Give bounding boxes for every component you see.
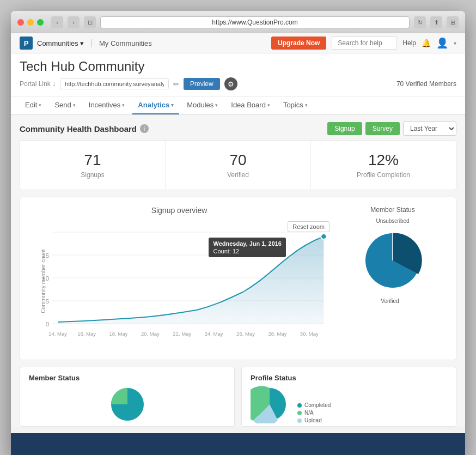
refresh-button[interactable]: ↻ bbox=[414, 16, 426, 28]
edit-url-icon[interactable]: ✏ bbox=[173, 80, 179, 88]
upload-dot bbox=[297, 418, 302, 423]
dark-footer bbox=[11, 433, 465, 455]
stats-row: 71 Signups 70 Verified 12% Profile Compl… bbox=[20, 140, 456, 190]
main-content: Community Health Dashboard i Signup Surv… bbox=[11, 115, 465, 427]
pie-chart-svg bbox=[357, 225, 428, 296]
incentives-caret: ▾ bbox=[122, 102, 125, 108]
portal-row: Portal Link ↓ ✏ Preview ⚙ 70 Verified Me… bbox=[20, 77, 456, 90]
nav-send[interactable]: Send ▾ bbox=[49, 96, 81, 114]
verified-pie-label: Verified bbox=[381, 298, 404, 304]
svg-text:30. May: 30. May bbox=[300, 331, 319, 337]
profile-status-mini-pie bbox=[251, 385, 289, 423]
charts-section: Signup overview Community member count R… bbox=[20, 197, 456, 360]
chart-container: Community member count Reset zoom Wednes… bbox=[29, 221, 329, 341]
nav-edit[interactable]: Edit ▾ bbox=[20, 96, 47, 114]
na-dot bbox=[297, 411, 302, 415]
my-communities-link[interactable]: My Communities bbox=[99, 39, 152, 47]
chart-title: Signup overview bbox=[29, 206, 329, 215]
secondary-nav: Edit ▾ Send ▾ Incentives ▾ Analytics ▾ M… bbox=[11, 96, 465, 115]
user-avatar[interactable]: 👤 bbox=[436, 37, 448, 49]
forward-button[interactable]: › bbox=[68, 16, 80, 28]
verified-stat: 70 Verified bbox=[166, 141, 311, 190]
y-axis-label: Community member count bbox=[40, 249, 46, 313]
member-status-pie-title: Member Status bbox=[338, 206, 447, 214]
profile-status-chart: Completed N/A Upload bbox=[251, 385, 447, 423]
svg-text:24. May: 24. May bbox=[205, 331, 223, 337]
member-status-pie-section: Member Status Unsubscribed Verified bbox=[338, 206, 447, 351]
profile-legend: Completed N/A Upload bbox=[297, 402, 331, 423]
svg-point-18 bbox=[321, 234, 327, 239]
bottom-row: Member Status Profile Status bbox=[20, 367, 456, 427]
nav-topics[interactable]: Topics ▾ bbox=[278, 96, 313, 114]
member-status-card: Member Status bbox=[20, 367, 235, 427]
bell-icon[interactable]: 🔔 bbox=[422, 39, 431, 47]
pie-chart-wrapper: Unsubscribed Verified bbox=[338, 218, 447, 304]
url-bar[interactable]: https://www.QuestionPro.com bbox=[100, 16, 410, 28]
nav-divider: | bbox=[90, 38, 93, 48]
profile-status-card: Profile Status Completed bbox=[241, 367, 456, 427]
reset-zoom-button[interactable]: Reset zoom bbox=[288, 221, 329, 232]
minimize-button[interactable] bbox=[27, 19, 34, 26]
search-input[interactable] bbox=[332, 37, 397, 50]
bookmark-button[interactable]: ⊞ bbox=[447, 16, 459, 28]
modules-caret: ▾ bbox=[215, 102, 218, 108]
edit-caret: ▾ bbox=[39, 102, 41, 108]
nav-analytics[interactable]: Analytics ▾ bbox=[132, 96, 179, 114]
app-content: P Communities ▾ | My Communities Upgrade… bbox=[11, 33, 465, 455]
help-link[interactable]: Help bbox=[402, 39, 416, 47]
svg-text:26. May: 26. May bbox=[236, 331, 255, 337]
upgrade-button[interactable]: Upgrade Now bbox=[271, 37, 326, 50]
profile-completion-label: Profile Completion bbox=[324, 171, 443, 179]
page-header: Tech Hub Community Portal Link ↓ ✏ Previ… bbox=[11, 53, 465, 96]
nav-modules[interactable]: Modules ▾ bbox=[181, 96, 223, 114]
share-button[interactable]: ⬆ bbox=[430, 16, 442, 28]
dashboard-title: Community Health Dashboard bbox=[20, 124, 137, 134]
line-chart-svg: 0 5 10 15 14. May 16. May 18. May 20. Ma… bbox=[29, 221, 329, 341]
idea-board-caret: ▾ bbox=[267, 102, 270, 108]
info-icon[interactable]: i bbox=[140, 124, 149, 133]
back-button[interactable]: ‹ bbox=[51, 16, 63, 28]
dashboard-actions: Signup Survey Last Year Last Month Last … bbox=[327, 122, 456, 136]
send-caret: ▾ bbox=[73, 102, 76, 108]
portal-link-label[interactable]: Portal Link ↓ bbox=[20, 80, 56, 88]
view-button[interactable]: ⊡ bbox=[84, 16, 96, 28]
preview-button[interactable]: Preview bbox=[184, 78, 220, 90]
completed-dot bbox=[297, 403, 302, 408]
nav-incentives[interactable]: Incentives ▾ bbox=[83, 96, 131, 114]
period-selector[interactable]: Last Year Last Month Last Week bbox=[403, 122, 456, 136]
profile-status-card-title: Profile Status bbox=[251, 374, 447, 382]
verified-value: 70 bbox=[179, 151, 297, 169]
nav-idea-board[interactable]: Idea Board ▾ bbox=[225, 96, 276, 114]
signup-overview-chart: Signup overview Community member count R… bbox=[29, 206, 329, 351]
browser-window: ‹ › ⊡ https://www.QuestionPro.com ↻ ⬆ ⊞ … bbox=[11, 11, 465, 455]
legend-upload: Upload bbox=[297, 417, 331, 423]
settings-button[interactable]: ⚙ bbox=[224, 77, 237, 90]
signups-stat: 71 Signups bbox=[20, 141, 166, 190]
browser-titlebar: ‹ › ⊡ https://www.QuestionPro.com ↻ ⬆ ⊞ bbox=[11, 11, 465, 33]
page-title: Tech Hub Community bbox=[20, 59, 456, 74]
svg-text:0: 0 bbox=[46, 321, 49, 327]
communities-nav[interactable]: Communities ▾ bbox=[37, 39, 84, 47]
profile-completion-value: 12% bbox=[324, 151, 443, 169]
maximize-button[interactable] bbox=[37, 19, 44, 26]
profile-completion-stat: 12% Profile Completion bbox=[311, 141, 456, 190]
topics-caret: ▾ bbox=[305, 102, 308, 108]
signups-value: 71 bbox=[33, 151, 152, 169]
close-button[interactable] bbox=[17, 19, 24, 26]
verified-members-count: 70 Verified Members bbox=[396, 80, 456, 88]
svg-text:16. May: 16. May bbox=[77, 331, 96, 337]
analytics-caret: ▾ bbox=[171, 102, 174, 108]
dashboard-title-row: Community Health Dashboard i bbox=[20, 124, 149, 134]
dashboard-header: Community Health Dashboard i Signup Surv… bbox=[20, 115, 456, 140]
legend-completed: Completed bbox=[297, 402, 331, 408]
legend-na: N/A bbox=[297, 410, 331, 416]
communities-caret: ▾ bbox=[80, 39, 84, 47]
portal-url-input[interactable] bbox=[60, 78, 169, 89]
survey-filter-button[interactable]: Survey bbox=[365, 122, 400, 135]
signup-filter-button[interactable]: Signup bbox=[327, 122, 362, 135]
svg-text:14. May: 14. May bbox=[48, 331, 67, 337]
logo: P bbox=[20, 37, 33, 50]
svg-text:18. May: 18. May bbox=[109, 331, 128, 337]
traffic-lights bbox=[17, 19, 44, 26]
svg-text:20. May: 20. May bbox=[141, 331, 160, 337]
